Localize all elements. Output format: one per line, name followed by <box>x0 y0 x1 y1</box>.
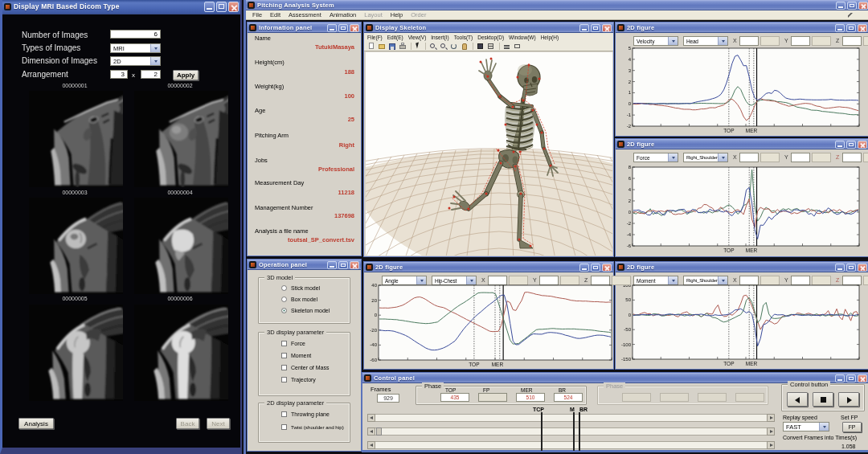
svg-text:MER: MER <box>746 247 758 253</box>
svg-text:-1: -1 <box>627 112 632 117</box>
svg-text:8: 8 <box>628 165 632 170</box>
svg-text:TOP: TOP <box>723 361 734 366</box>
svg-text:MER: MER <box>746 361 758 366</box>
svg-text:-50: -50 <box>624 327 631 332</box>
svg-text:-4: -4 <box>627 232 632 237</box>
svg-text:-100: -100 <box>621 342 632 347</box>
svg-text:-60: -60 <box>370 358 377 362</box>
svg-text:-40: -40 <box>370 342 377 347</box>
svg-text:-2: -2 <box>627 221 632 226</box>
svg-text:MER: MER <box>492 362 504 367</box>
svg-text:-150: -150 <box>621 357 632 362</box>
svg-text:MER: MER <box>746 128 758 133</box>
svg-text:1: 1 <box>628 90 632 95</box>
svg-text:50: 50 <box>625 297 631 302</box>
svg-text:TOP: TOP <box>469 362 479 367</box>
svg-text:2: 2 <box>628 198 632 203</box>
svg-text:0: 0 <box>628 313 632 317</box>
svg-text:0: 0 <box>628 101 632 106</box>
svg-text:-6: -6 <box>627 243 632 248</box>
svg-text:20: 20 <box>371 298 377 303</box>
svg-text:2: 2 <box>628 80 632 84</box>
svg-text:-20: -20 <box>370 328 377 333</box>
svg-text:-2: -2 <box>627 124 632 129</box>
svg-text:6: 6 <box>628 176 632 181</box>
svg-text:0: 0 <box>628 210 632 215</box>
svg-text:TOP: TOP <box>723 247 734 253</box>
svg-text:TOP: TOP <box>723 128 734 133</box>
svg-text:5: 5 <box>628 46 632 51</box>
svg-text:4: 4 <box>628 187 632 192</box>
svg-text:4: 4 <box>628 57 632 62</box>
svg-text:40: 40 <box>371 283 377 288</box>
svg-text:0: 0 <box>375 313 378 317</box>
svg-text:3: 3 <box>628 68 632 73</box>
